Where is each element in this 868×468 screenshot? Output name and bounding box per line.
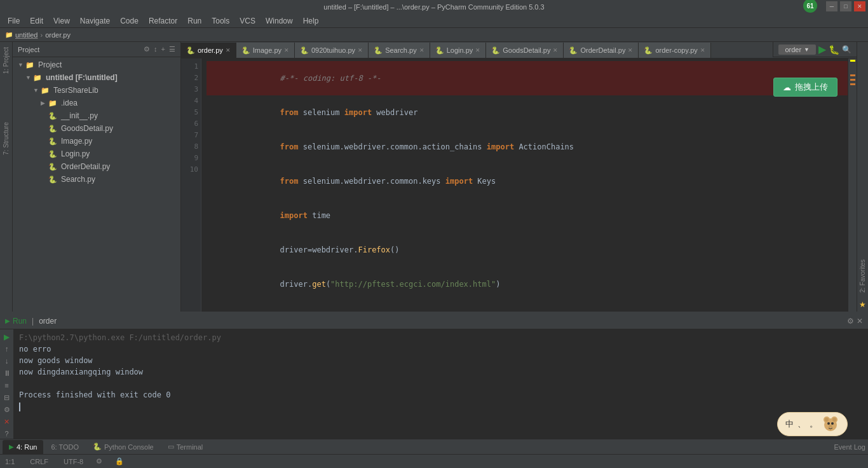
tab-close-icon[interactable]: ✕ xyxy=(628,47,633,53)
tab-login-py[interactable]: 🐍 Login.py ✕ xyxy=(430,43,487,58)
tree-item-orderdetail-py[interactable]: 🐍OrderDetail.py xyxy=(13,160,180,173)
tab-close-icon[interactable]: ✕ xyxy=(553,47,558,53)
run-tab-label: Run xyxy=(13,317,27,326)
menu-navigate[interactable]: Navigate xyxy=(75,15,115,27)
run-toolbar: order ▼ ▶ 🐛 🔍 xyxy=(773,42,857,57)
tab-ordercopy-py[interactable]: 🐍 order-copy.py ✕ xyxy=(639,43,710,58)
tab-icon: 🐍 xyxy=(491,46,500,55)
tab-close-icon[interactable]: ✕ xyxy=(284,47,289,53)
tree-label: untitled [F:\untitled] xyxy=(46,73,118,82)
favorites-star-icon[interactable]: ★ xyxy=(859,300,866,309)
scroll-indicator-3 xyxy=(850,79,855,81)
sort-icon[interactable]: ↕ xyxy=(154,45,158,53)
menu-file[interactable]: File xyxy=(3,15,25,27)
tab-close-icon[interactable]: ✕ xyxy=(475,47,480,53)
status-line-ending[interactable]: CRLF xyxy=(30,458,48,465)
status-bar: 1:1 CRLF UTF-8 ⚙ 🔒 xyxy=(0,454,868,468)
tab-label: Image.py xyxy=(253,46,281,54)
bottom-tab-terminal[interactable]: ▭ Terminal xyxy=(161,440,210,454)
upload-button[interactable]: ☁ 拖拽上传 xyxy=(773,78,837,97)
tree-item-search-py[interactable]: 🐍Search.py xyxy=(13,173,180,186)
close-button[interactable]: ✕ xyxy=(854,1,865,11)
tab-image-py[interactable]: 🐍 Image.py ✕ xyxy=(236,43,295,58)
tree-item---init---py[interactable]: 🐍__init__.py xyxy=(13,109,180,122)
menu-refactor[interactable]: Refactor xyxy=(144,15,182,27)
tree-item-image-py[interactable]: 🐍Image.py xyxy=(13,135,180,148)
run-stop-button[interactable]: ✕ xyxy=(1,417,13,427)
tab-close-icon[interactable]: ✕ xyxy=(700,47,705,53)
tree-item-tesrsharelib[interactable]: ▼📁TesrShareLib xyxy=(13,84,180,97)
run-config-selector[interactable]: order ▼ xyxy=(778,45,816,55)
python-console-icon: 🐍 xyxy=(93,443,102,451)
menu-tools[interactable]: Tools xyxy=(207,15,234,27)
run-wrap-button[interactable]: ≡ xyxy=(1,380,13,390)
tab-0920tuihuo-py[interactable]: 🐍 0920tuihuo.py ✕ xyxy=(295,43,369,58)
python-console-text: Python Console xyxy=(104,443,154,451)
maximize-button[interactable]: □ xyxy=(840,1,851,11)
event-log-link[interactable]: Event Log xyxy=(834,443,865,451)
tree-item--idea[interactable]: ▶📁.idea xyxy=(13,97,180,109)
run-button[interactable]: ▶ xyxy=(818,43,826,55)
minimize-button[interactable]: ─ xyxy=(826,1,837,11)
todo-tab-text: 6: TODO xyxy=(51,443,79,451)
close-panel-icon[interactable]: ✕ xyxy=(857,317,863,326)
window-controls[interactable]: ─ □ ✕ xyxy=(826,1,865,11)
run-output[interactable]: F:\python2.7\python.exe F:/untitled/orde… xyxy=(14,329,868,439)
breadcrumb-file[interactable]: order.py xyxy=(45,31,71,39)
run-help-button[interactable]: ? xyxy=(1,429,13,439)
terminal-text: Terminal xyxy=(177,443,203,451)
upload-label: 拖拽上传 xyxy=(795,81,828,93)
menu-run[interactable]: Run xyxy=(182,15,207,27)
tree-file-icon: 🐍 xyxy=(48,163,58,171)
run-tab-run[interactable]: ▶ Run xyxy=(5,317,27,326)
tree-item-login-py[interactable]: 🐍Login.py xyxy=(13,148,180,160)
tree-file-icon: 🐍 xyxy=(48,112,58,120)
code-area[interactable]: 1 2 3 4 5 6 7 8 9 10 xyxy=(181,59,857,312)
menu-code[interactable]: Code xyxy=(115,15,144,27)
tab-order-py[interactable]: 🐍 order.py ✕ xyxy=(181,43,236,58)
menu-view[interactable]: View xyxy=(48,15,75,27)
tab-close-icon[interactable]: ✕ xyxy=(226,47,231,53)
run-pause-button[interactable]: ⏸ xyxy=(1,368,13,378)
run-settings-button[interactable]: ⚙ xyxy=(1,405,13,415)
breadcrumb-project[interactable]: untitled xyxy=(15,31,37,39)
tab-close-icon[interactable]: ✕ xyxy=(358,47,363,53)
right-sidebar: 2: Favorites ★ xyxy=(857,42,868,312)
run-play-button[interactable]: ▶ xyxy=(1,332,13,341)
tab-search-py[interactable]: 🐍 Search.py ✕ xyxy=(369,43,430,58)
gear-icon[interactable]: ⚙ xyxy=(144,45,150,53)
menu-icon[interactable]: ☰ xyxy=(169,45,175,53)
tab-orderdetail-py[interactable]: 🐍 OrderDetail.py ✕ xyxy=(564,43,639,58)
run-down-button[interactable]: ↓ xyxy=(1,356,13,366)
add-icon[interactable]: + xyxy=(161,45,165,53)
project-panel-header: Project ⚙ ↕ + ☰ xyxy=(13,42,180,57)
title-text: untitled – [F:\untitled] – ...\order.py … xyxy=(5,3,863,11)
dropdown-icon: ▼ xyxy=(804,46,810,53)
bottom-tab-todo[interactable]: 6: TODO xyxy=(44,440,85,454)
menu-edit[interactable]: Edit xyxy=(25,15,48,27)
bottom-tab-python-console[interactable]: 🐍 Python Console xyxy=(86,440,160,454)
run-line-4: now dingdanxiangqing window xyxy=(19,366,863,378)
run-tab-order[interactable]: order xyxy=(39,317,57,326)
run-filter-button[interactable]: ⊟ xyxy=(1,393,13,403)
tree-item-goodsdetail-py[interactable]: 🐍GoodsDetail.py xyxy=(13,122,180,135)
tree-item-untitled--f--untitled-[interactable]: ▼📁untitled [F:\untitled] xyxy=(13,71,180,84)
sidebar-favorites-label[interactable]: 2: Favorites xyxy=(858,254,867,298)
tab-goodsdetail-py[interactable]: 🐍 GoodsDetail.py ✕ xyxy=(486,43,564,58)
sidebar-label-project[interactable]: 1: Project xyxy=(1,42,11,79)
run-panel-header: ▶ Run | order ⚙ ✕ xyxy=(0,313,868,329)
menu-vcs[interactable]: VCS xyxy=(234,15,261,27)
run-up-button[interactable]: ↑ xyxy=(1,344,13,354)
editor-scrollbar[interactable] xyxy=(848,59,857,312)
bottom-tab-run[interactable]: ▶ 4: Run xyxy=(3,440,43,454)
menu-help[interactable]: Help xyxy=(298,15,324,27)
menu-window[interactable]: Window xyxy=(261,15,298,27)
tree-item-project[interactable]: ▼📁Project xyxy=(13,59,180,71)
settings-icon[interactable]: ⚙ xyxy=(847,317,854,326)
code-lines[interactable]: #-*- coding: utf-8 -*- from selenium imp… xyxy=(201,59,857,312)
debug-button[interactable]: 🐛 xyxy=(829,45,839,55)
sidebar-label-structure[interactable]: 7: Structure xyxy=(1,117,11,160)
search-button[interactable]: 🔍 xyxy=(842,45,851,54)
status-encoding[interactable]: UTF-8 xyxy=(64,458,83,465)
tab-close-icon[interactable]: ✕ xyxy=(419,47,424,53)
